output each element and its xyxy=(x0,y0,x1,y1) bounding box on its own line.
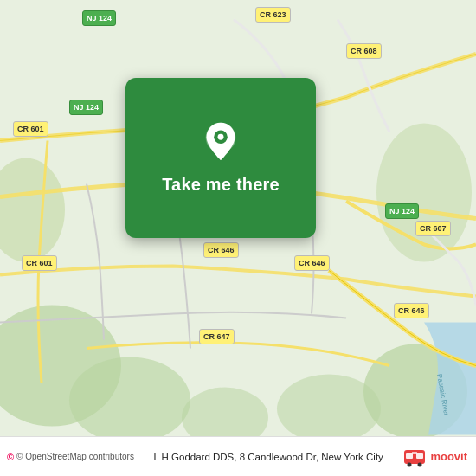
svg-point-4 xyxy=(69,357,190,444)
road-badge-cr601-bot: CR 601 xyxy=(22,255,57,271)
svg-point-16 xyxy=(418,462,422,466)
bottom-bar: © © OpenStreetMap contributors L H Godda… xyxy=(0,436,476,476)
svg-point-5 xyxy=(277,375,381,444)
location-label: L H Goddard DDS, 8 Candlewood Dr, New Yo… xyxy=(134,452,402,462)
moovit-bus-icon xyxy=(402,445,427,469)
map-attribution: © © OpenStreetMap contributors xyxy=(7,452,134,462)
map-roads-svg: Passaic River xyxy=(0,0,476,476)
svg-rect-14 xyxy=(416,453,423,459)
svg-point-15 xyxy=(408,462,412,466)
map-container: Passaic River NJ 124CR 623CR 608NJ 124CR… xyxy=(0,0,476,476)
svg-point-2 xyxy=(376,124,472,262)
take-me-there-label: Take me there xyxy=(162,175,280,195)
road-badge-cr647: CR 647 xyxy=(199,329,235,344)
svg-point-3 xyxy=(0,158,65,262)
road-badge-cr607: CR 607 xyxy=(415,221,451,236)
road-badge-cr623: CR 623 xyxy=(255,7,291,23)
road-badge-cr601-top: CR 601 xyxy=(13,121,48,137)
attribution-text: © OpenStreetMap contributors xyxy=(16,452,134,461)
location-pin-icon xyxy=(198,121,243,166)
osm-symbol: © xyxy=(7,452,14,462)
moovit-logo: moovit xyxy=(402,445,467,469)
road-badge-nj124-right: NJ 124 xyxy=(385,203,419,219)
road-badge-cr646-right: CR 646 xyxy=(394,303,429,318)
take-me-there-card[interactable]: Take me there xyxy=(125,78,316,238)
svg-point-11 xyxy=(218,134,224,140)
road-badge-nj124-mid: NJ 124 xyxy=(69,100,103,115)
road-badge-cr646-mid: CR 646 xyxy=(203,242,239,258)
road-badge-cr608: CR 608 xyxy=(346,43,382,59)
moovit-text: moovit xyxy=(430,450,467,463)
road-badge-nj124-top: NJ 124 xyxy=(82,10,116,26)
svg-rect-17 xyxy=(412,452,417,454)
road-badge-cr646-card: CR 646 xyxy=(294,255,330,271)
svg-rect-13 xyxy=(406,453,413,459)
